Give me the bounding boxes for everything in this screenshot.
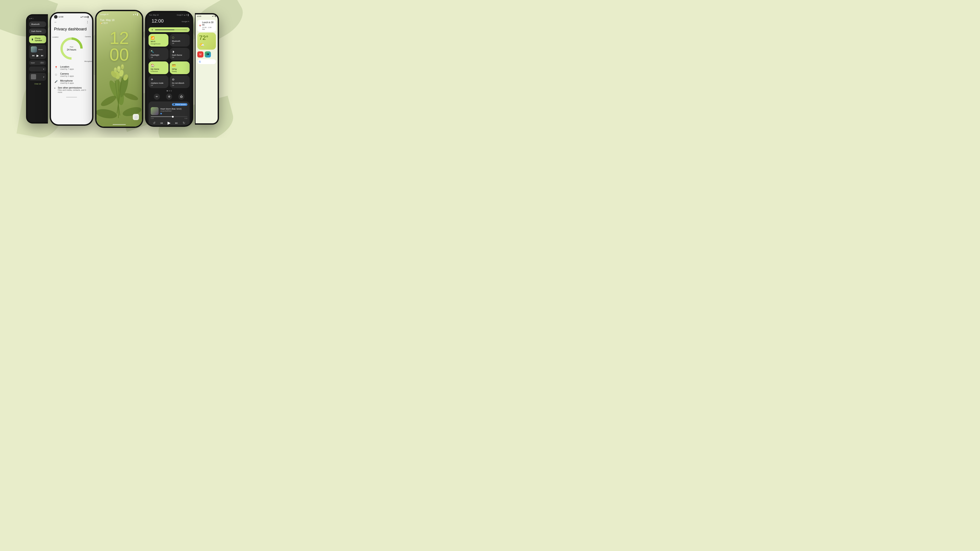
phone-2: 12:00 ▲▼ ●●● ▌ ← ⋮ Privacy dashboard bbox=[50, 12, 94, 126]
p4-speed-btn[interactable]: ↻ bbox=[183, 121, 185, 125]
p1-thumb-small bbox=[31, 74, 36, 79]
phone-5: 12:00 ▲▼ ▌ 📅 Lunch in 30 mi 12:30 - 1:00… bbox=[195, 13, 219, 125]
p4-brightness-slider[interactable]: ☀ bbox=[148, 27, 190, 32]
p1-notification-2: ∨ bbox=[29, 67, 46, 71]
p3-signal-icon: ▲▼ bbox=[132, 13, 137, 16]
p5-cal-icon: 📅 bbox=[199, 25, 201, 27]
p1-media-controls: ⏮ ▶ ⏭ bbox=[31, 54, 45, 57]
p2-chevron-icon: ∨ bbox=[54, 87, 56, 89]
p4-edit-btn[interactable]: ✏ bbox=[154, 94, 160, 100]
p2-signal-icon: ●●● bbox=[84, 16, 88, 18]
p2-status-bar: 12:00 ▲▼ ●●● ▌ bbox=[51, 13, 92, 19]
p4-wifi-tile[interactable]: 📶 Wi-Fi GoogleGuest bbox=[148, 34, 169, 46]
p4-media-header: 📱 📱 Phone SpeakerPhone Speaker bbox=[151, 103, 188, 106]
p2-see-more[interactable]: ∨ See other permissions Files and media,… bbox=[54, 86, 89, 94]
p2-donut-chart: Past 24 hours Camera Location Microphone bbox=[56, 34, 87, 63]
p4-power-btn[interactable]: ⏻ bbox=[178, 94, 185, 100]
p4-settings-btn[interactable]: ⚙ bbox=[166, 94, 172, 100]
p4-bluetooth-tile[interactable]: ⬡ Bluetooth Off bbox=[170, 34, 190, 46]
p4-gpay-icon: 💳 bbox=[172, 64, 188, 67]
p1-prev-btn[interactable]: ⏮ bbox=[32, 54, 35, 57]
p4-brightness-bar bbox=[155, 30, 187, 30]
p5-maps-icon[interactable]: 🗺 bbox=[205, 51, 211, 57]
p2-mic-label: Microphone bbox=[84, 60, 93, 62]
p3-carrier: Google Fi bbox=[100, 13, 108, 16]
p5-weather-icon: 🌤️ bbox=[199, 42, 214, 48]
p2-main-content: Privacy dashboard Past 24 hours Camera bbox=[51, 25, 92, 95]
p5-status-bar: 12:00 ▲▼ ▌ bbox=[196, 14, 218, 18]
p4-carrier: Google Fi bbox=[181, 21, 189, 22]
p5-calendar-widget[interactable]: 📅 Lunch in 30 mi 12:30 - 1:00 PM bbox=[197, 20, 216, 32]
p4-home-icon: 🏠 bbox=[151, 64, 166, 67]
p1-darktheme[interactable]: Dark theme bbox=[29, 29, 46, 34]
p4-wifi-icon: 📶 bbox=[151, 36, 166, 40]
phone-3: Google Fi ▲▼ ▌ Tue, May 18 🌤️ 76°F 12 00… bbox=[95, 10, 143, 128]
p4-next-btn[interactable]: ⏭ bbox=[175, 121, 178, 125]
svg-point-22 bbox=[115, 68, 116, 70]
p3-date: Tue, May 18 bbox=[100, 19, 138, 22]
p4-gpay-tile[interactable]: 💳 GPay Ready bbox=[170, 62, 190, 74]
p4-media-row: Heart Storm (feat. NAO) serpentwithfeet bbox=[151, 107, 188, 115]
p3-assistant-fab[interactable]: ⬜ bbox=[133, 114, 139, 120]
p3-status-icons: ▲▼ ▌ bbox=[132, 13, 138, 16]
p4-progress-bar[interactable] bbox=[151, 116, 188, 117]
p4-airplane-icon: ✈ bbox=[151, 78, 166, 81]
p5-app-dock: M 🗺 bbox=[197, 51, 216, 57]
p1-notification-3: ∨ bbox=[29, 73, 46, 81]
p1-next-btn[interactable]: ⏭ bbox=[41, 54, 43, 57]
p5-search-bar[interactable]: G bbox=[197, 59, 216, 64]
p2-camera-item[interactable]: □ Camera Used by 5 apps bbox=[54, 72, 89, 77]
p5-gmail-icon[interactable]: M bbox=[197, 51, 204, 57]
p2-location-icon: 📍 bbox=[54, 65, 58, 70]
p4-media-badge: 📱 📱 Phone SpeakerPhone Speaker bbox=[172, 103, 188, 106]
p2-location-item[interactable]: 📍 Location Used by 7 apps bbox=[54, 65, 89, 70]
p4-bottom-controls: ✏ ⚙ ⏻ bbox=[146, 92, 192, 102]
p2-back-btn[interactable]: ← bbox=[54, 20, 57, 24]
p4-prev-btn[interactable]: ⏮ bbox=[160, 121, 163, 125]
p4-flashlight-tile[interactable]: 🔦 Flashlight Off bbox=[148, 48, 169, 60]
p2-mic-icon: 🎤 bbox=[54, 79, 58, 84]
p1-clear-all[interactable]: Clear all bbox=[29, 82, 46, 85]
p3-wallpaper: Google Fi ▲▼ ▌ Tue, May 18 🌤️ 76°F 12 00… bbox=[97, 11, 142, 127]
p2-nav-bar: ← ⋮ bbox=[51, 19, 92, 25]
p5-battery-icon: ▌ bbox=[215, 15, 216, 17]
p4-progress-thumb bbox=[172, 116, 174, 118]
p1-bluetooth[interactable]: Bluetooth bbox=[29, 21, 46, 27]
p1-notification-1: here! 2 ∨ bbox=[29, 60, 46, 65]
p1-content: Bluetooth Dark theme 📱 Phone Speaker Mus… bbox=[27, 20, 48, 86]
p2-camera bbox=[54, 15, 57, 19]
p4-dot-3 bbox=[170, 90, 172, 91]
p4-replay-btn[interactable]: ↺ bbox=[153, 121, 156, 125]
p4-media-dots bbox=[151, 127, 188, 127]
p4-dot-1 bbox=[167, 90, 168, 91]
svg-point-19 bbox=[122, 105, 142, 118]
p5-signal-icon: ▲▼ bbox=[212, 15, 215, 17]
p4-home-tile[interactable]: 🏠 My Home 6 Devices bbox=[148, 62, 169, 74]
p5-content: 📅 Lunch in 30 mi 12:30 - 1:00 PM 72° 🌤️ … bbox=[196, 18, 218, 65]
p1-speaker-active[interactable]: 📱 Phone Speaker bbox=[29, 35, 46, 43]
p4-page-dots bbox=[146, 90, 192, 91]
p3-clock: 12 00 bbox=[97, 30, 142, 63]
p4-wifi-icon: ≋ bbox=[186, 14, 188, 16]
phone-1: ▲▼ 1 Bluetooth Dark theme 📱 Phone Speake… bbox=[26, 14, 48, 124]
p4-quick-tiles: 📶 Wi-Fi GoogleGuest ⬡ Bluetooth Off 🔦 Fl… bbox=[146, 34, 192, 89]
p4-darktheme-tile[interactable]: ◑ Dark theme Off bbox=[170, 48, 190, 60]
p4-bluetooth-icon: ⬡ bbox=[172, 36, 188, 39]
p2-status-icons: ▲▼ ●●● ▌ bbox=[80, 16, 89, 18]
p4-airplane-tile[interactable]: ✈ Airplane mode Off bbox=[148, 75, 169, 88]
p4-play-btn[interactable]: ▶ bbox=[167, 121, 170, 125]
p1-play-btn[interactable]: ▶ bbox=[37, 54, 39, 57]
svg-point-21 bbox=[122, 65, 123, 67]
p4-dnd-tile[interactable]: ⊖ Do not disturb Off bbox=[170, 75, 190, 88]
p2-time: 12:00 bbox=[59, 16, 64, 18]
p5-temperature: 72° bbox=[199, 35, 214, 41]
p3-home-indicator bbox=[113, 124, 126, 125]
p3-status-bar: Google Fi ▲▼ ▌ bbox=[97, 11, 142, 16]
p4-brightness-icon: ☀ bbox=[151, 29, 153, 31]
p2-mic-item[interactable]: 🎤 Microphone Used by 6 apps bbox=[54, 79, 89, 84]
p1-music-player: Music ⏮ ▶ ⏭ bbox=[29, 44, 46, 59]
p2-more-btn[interactable]: ⋮ bbox=[86, 20, 89, 24]
phones-container: ▲▼ 1 Bluetooth Dark theme 📱 Phone Speake… bbox=[0, 0, 245, 138]
p2-location-label: Location bbox=[52, 36, 59, 38]
p2-donut-label: Past 24 hours bbox=[67, 46, 76, 51]
